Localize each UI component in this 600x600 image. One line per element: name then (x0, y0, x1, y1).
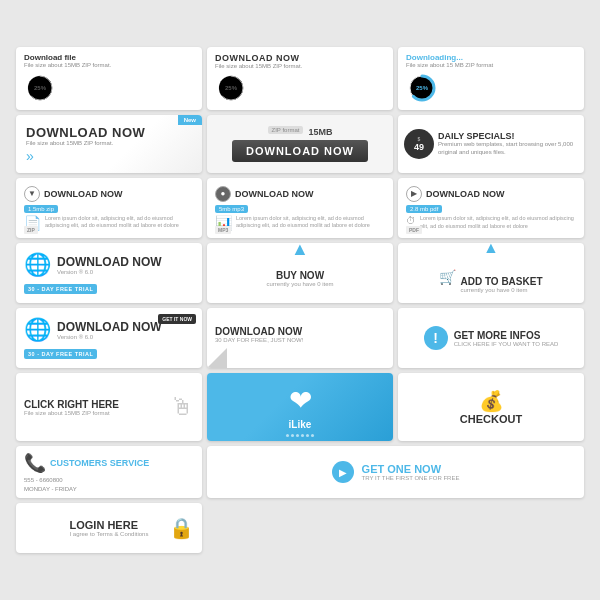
r3c1-body: Lorem ipsum dolor sit, adipiscing elit, … (45, 215, 194, 230)
download-pdf-card[interactable]: ▶ DOWNLOAD NOW 2.8 mb pdf ⏱ Lorem ipsum … (398, 178, 584, 238)
get-one-card[interactable]: ▶ GET ONE NOW TRY IT THE FIRST ONE FOR F… (207, 446, 584, 498)
new-ribbon: New (178, 115, 202, 125)
type-badge-3: PDF (406, 226, 422, 234)
login-title[interactable]: LOGIN HERE (70, 519, 149, 531)
type-badge-2: MP3 (215, 226, 231, 234)
checkout-card[interactable]: 💰 CHECKOUT (398, 373, 584, 441)
file-tag-1: 1.5mb zip (24, 205, 58, 213)
card2-sub: File size about 15MB ZIP format. (215, 63, 302, 69)
r3c1-title: DOWNLOAD NOW (44, 189, 123, 199)
chevron-icon: » (26, 148, 34, 164)
pct-2: 25% (225, 85, 237, 91)
curl-title: DOWNLOAD NOW (215, 326, 302, 337)
click-right-here-card[interactable]: CLICK RIGHT HERE File size about 15MB ZI… (16, 373, 202, 441)
globe-icon: 🌐 (24, 252, 51, 278)
basket-icon: 🛒 (439, 269, 456, 285)
r4c1-title: DOWNLOAD NOW (57, 255, 162, 269)
file-tag-2: 5mb mp3 (215, 205, 248, 213)
card3-sub: File size about 15 MB ZIP format (406, 62, 493, 68)
info-sub: CLICK HERE IF YOU WANT TO READ (454, 341, 559, 347)
download-mp3-card[interactable]: ● DOWNLOAD NOW 5mb mp3 📊 Lorem ipsum dol… (207, 178, 393, 238)
main-container: Download file File size about 15MB ZIP f… (10, 41, 590, 559)
progress-ring-2: 25% (215, 72, 247, 104)
ilike-card[interactable]: ❤ iLike (207, 373, 393, 441)
login-here-card[interactable]: LOGIN HERE I agree to Terms & Conditions… (16, 503, 202, 553)
r3c3-title: DOWNLOAD NOW (426, 189, 505, 199)
trial-bar-right: 30 - DAY FREE TRIAL (24, 349, 97, 359)
buy-now-card[interactable]: ▲ BUY NOW currently you have 0 item (207, 243, 393, 303)
get-word: GET (362, 463, 388, 475)
buy-now-title[interactable]: BUY NOW (276, 270, 324, 281)
cust-hours: MONDAY - FRIDAY (24, 486, 77, 492)
get-one-sub: TRY IT THE FIRST ONE FOR FREE (362, 475, 460, 481)
price-badge: $ 49 (404, 129, 434, 159)
r3c2-body: Lorem ipsum dolor sit, adipiscing elit, … (236, 215, 385, 230)
download-big-card[interactable]: New DOWNLOAD NOW File size about 15MB ZI… (16, 115, 202, 173)
download-version-card-right[interactable]: 🌐 DOWNLOAD NOW Version ® 6.0 30 - DAY FR… (16, 308, 202, 368)
circle-icon: ● (215, 186, 231, 202)
ilike-text: iLike (289, 419, 312, 430)
coins-icon: 💰 (479, 389, 504, 413)
down-arrow-icon: ▼ (24, 186, 40, 202)
one-word: ONE (387, 463, 411, 475)
pct-3: 25% (416, 85, 428, 91)
card1-title: Download file (24, 53, 111, 62)
basket-sub: currently you have 0 item (460, 287, 542, 293)
exclaim-icon: ! (424, 326, 448, 350)
zip-size: 15MB (308, 127, 332, 137)
file-tag-3: 2.8 mb pdf (406, 205, 442, 213)
r3c2-title: DOWNLOAD NOW (235, 189, 314, 199)
click-title[interactable]: CLICK RIGHT HERE (24, 399, 119, 410)
play-circle-icon: ▶ (332, 461, 354, 483)
progress-ring-1: 25% (24, 72, 56, 104)
heart-icon: ❤ (289, 384, 312, 417)
trial-bar-left: 30 - DAY FREE TRIAL (24, 284, 97, 294)
phone-icon: 📞 (24, 452, 46, 474)
pct-1: 25% (34, 85, 46, 91)
get-more-infos-card[interactable]: ! GET MORE INFOS CLICK HERE IF YOU WANT … (398, 308, 584, 368)
buy-now-sub: currently you have 0 item (266, 281, 333, 287)
click-sub: File size about 15MB ZIP format (24, 410, 119, 416)
card1-sub: File size about 15MB ZIP format. (24, 62, 111, 68)
progress-ring-3: 25% (406, 72, 438, 104)
curl-corner (207, 348, 227, 368)
login-sub: I agree to Terms & Conditions (70, 531, 149, 537)
customers-service-card[interactable]: 📞 CUSTOMERS SERVICE 555 - 6660800 MONDAY… (16, 446, 202, 498)
info-title: GET MORE INFOS (454, 330, 559, 341)
now-word: NOW (414, 463, 441, 475)
card3-title: Downloading... (406, 53, 493, 62)
lock-icon: 🔒 (169, 516, 194, 540)
download-file-card[interactable]: Download file File size about 15MB ZIP f… (16, 47, 202, 110)
login-text: LOGIN HERE I agree to Terms & Conditions (70, 519, 149, 537)
zip-download-card[interactable]: ZIP format 15MB DOWNLOAD NOW (207, 115, 393, 173)
cust-title: CUSTOMERS SERVICE (50, 458, 149, 468)
r4c1-version: Version ® 6.0 (57, 269, 162, 275)
zip-download-btn[interactable]: DOWNLOAD NOW (232, 140, 368, 162)
basket-title[interactable]: ADD TO BASKET (460, 276, 542, 287)
get-one-text: GET ONE NOW TRY IT THE FIRST ONE FOR FRE… (362, 463, 460, 481)
checkout-title[interactable]: CHECKOUT (460, 413, 522, 425)
get-it-badge: GET IT NOW (158, 314, 196, 324)
dl-big-sub: File size about 15MB ZIP format. (26, 140, 113, 146)
r4c4-version: Version ® 6.0 (57, 334, 162, 340)
cust-phone: 555 - 6660800 (24, 477, 63, 483)
curl-sub: 30 DAY FOR FREE, JUST NOW! (215, 337, 303, 343)
download-zip-card[interactable]: ▼ DOWNLOAD NOW 1.5mb zip 📄 Lorem ipsum d… (16, 178, 202, 238)
add-to-basket-card[interactable]: ▲ 🛒 ADD TO BASKET currently you have 0 i… (398, 243, 584, 303)
type-badge-1: ZIP (24, 226, 38, 234)
zip-format-label: ZIP format (268, 126, 304, 134)
play-icon: ▶ (406, 186, 422, 202)
mouse-icon: 🖱 (170, 393, 194, 421)
r3c3-body: Lorem ipsum dolor sit, adipiscing elit, … (420, 215, 576, 230)
download-version-card-left[interactable]: 🌐 DOWNLOAD NOW Version ® 6.0 30 - DAY FR… (16, 243, 202, 303)
dl-big-title: DOWNLOAD NOW (26, 125, 145, 140)
basket-arrow-icon: ▲ (483, 239, 499, 257)
up-arrow-icon: ▲ (291, 239, 309, 260)
downloading-card[interactable]: Downloading... File size about 15 MB ZIP… (398, 47, 584, 110)
card2-title: DOWNLOAD NOW (215, 53, 302, 63)
r4c4-title: DOWNLOAD NOW (57, 320, 162, 334)
download-now-card-progress[interactable]: DOWNLOAD NOW File size about 15MB ZIP fo… (207, 47, 393, 110)
daily-specials-card[interactable]: $ 49 DAILY SPECIALS! Premium web templat… (398, 115, 584, 173)
curl-download-card[interactable]: DOWNLOAD NOW 30 DAY FOR FREE, JUST NOW! (207, 308, 393, 368)
globe-icon-2: 🌐 (24, 317, 51, 343)
